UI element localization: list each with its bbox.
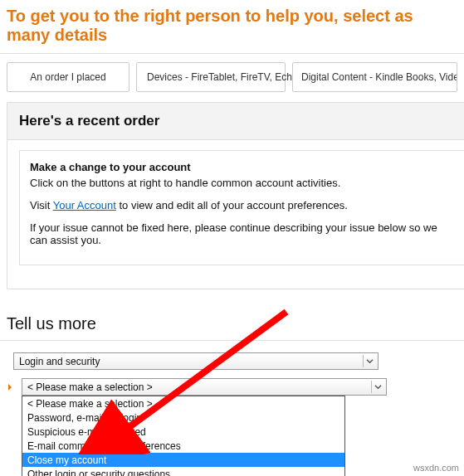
topic-select[interactable]: Login and security <box>13 352 379 370</box>
option-email-prefs[interactable]: E-mail communication preferences <box>22 439 344 453</box>
box-title: Make a change to your account <box>30 161 454 173</box>
text-post: to view and edit all of your account pre… <box>116 199 348 211</box>
selects-area: Login and security < Please make a selec… <box>0 352 464 396</box>
text-pre: Visit <box>30 199 53 211</box>
tab-devices[interactable]: Devices - FireTablet, FireTV, Echo etc. <box>136 62 286 92</box>
tell-us-more-title: Tell us more <box>0 309 464 340</box>
tab-digital[interactable]: Digital Content - Kindle Books, Videos, … <box>292 62 457 92</box>
panel-body: Make a change to your account Click on t… <box>7 140 464 289</box>
topic-select-value: Login and security <box>19 356 100 367</box>
category-tabs: An order I placed Devices - FireTablet, … <box>0 62 464 102</box>
box-line-1: Click on the buttons at right to handle … <box>30 177 454 189</box>
caret-right-icon <box>7 378 13 396</box>
page-heading: To get you to the right person to help y… <box>0 0 464 48</box>
chevron-down-icon <box>371 381 384 393</box>
tab-order[interactable]: An order I placed <box>7 62 129 92</box>
option-placeholder[interactable]: < Please make a selection > <box>22 396 344 410</box>
option-password[interactable]: Password, e-mail, or login <box>22 410 344 425</box>
option-suspicious-email[interactable]: Suspicious e-mail received <box>22 425 344 439</box>
subtopic-select-value: < Please make a selection > <box>27 381 153 393</box>
subtopic-select[interactable]: < Please make a selection > <box>22 378 387 396</box>
divider-2 <box>0 340 464 341</box>
box-line-2: Visit Your Account to view and edit all … <box>30 199 454 211</box>
chevron-down-icon <box>363 355 376 367</box>
recent-order-panel: Here's a recent order Make a change to y… <box>7 102 464 289</box>
option-other[interactable]: Other login or security questions <box>22 467 344 476</box>
box-line-3: If your issue cannot be fixed here, plea… <box>30 221 454 246</box>
account-change-box: Make a change to your account Click on t… <box>19 150 464 265</box>
watermark: wsxdn.com <box>413 463 459 473</box>
your-account-link[interactable]: Your Account <box>53 199 116 211</box>
option-close-account[interactable]: Close my account <box>22 453 344 467</box>
divider <box>0 53 464 54</box>
panel-title: Here's a recent order <box>7 103 464 140</box>
subtopic-dropdown[interactable]: < Please make a selection > Password, e-… <box>22 396 345 476</box>
